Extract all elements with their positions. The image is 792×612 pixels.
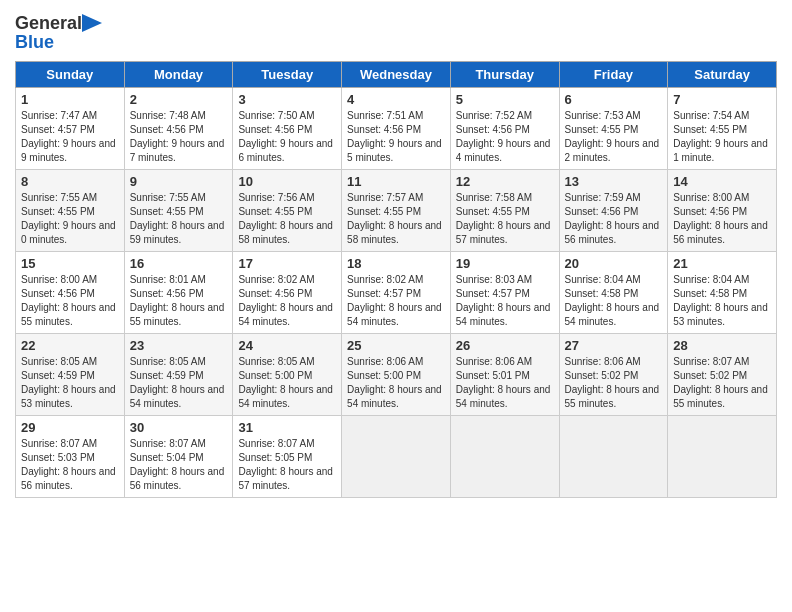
calendar-header-row: SundayMondayTuesdayWednesdayThursdayFrid… — [16, 62, 777, 88]
column-header-saturday: Saturday — [668, 62, 777, 88]
column-header-friday: Friday — [559, 62, 668, 88]
day-number: 18 — [347, 256, 445, 271]
calendar-day-cell: 11 Sunrise: 7:57 AM Sunset: 4:55 PM Dayl… — [342, 170, 451, 252]
day-number: 30 — [130, 420, 228, 435]
day-number: 19 — [456, 256, 554, 271]
day-info: Sunrise: 7:54 AM Sunset: 4:55 PM Dayligh… — [673, 109, 771, 165]
calendar-day-cell: 4 Sunrise: 7:51 AM Sunset: 4:56 PM Dayli… — [342, 88, 451, 170]
calendar-day-cell: 14 Sunrise: 8:00 AM Sunset: 4:56 PM Dayl… — [668, 170, 777, 252]
day-number: 23 — [130, 338, 228, 353]
day-number: 4 — [347, 92, 445, 107]
day-number: 7 — [673, 92, 771, 107]
calendar-day-cell: 1 Sunrise: 7:47 AM Sunset: 4:57 PM Dayli… — [16, 88, 125, 170]
calendar-day-cell: 19 Sunrise: 8:03 AM Sunset: 4:57 PM Dayl… — [450, 252, 559, 334]
calendar-day-cell: 25 Sunrise: 8:06 AM Sunset: 5:00 PM Dayl… — [342, 334, 451, 416]
calendar-day-cell: 7 Sunrise: 7:54 AM Sunset: 4:55 PM Dayli… — [668, 88, 777, 170]
day-info: Sunrise: 7:50 AM Sunset: 4:56 PM Dayligh… — [238, 109, 336, 165]
calendar-week-row: 1 Sunrise: 7:47 AM Sunset: 4:57 PM Dayli… — [16, 88, 777, 170]
day-info: Sunrise: 7:47 AM Sunset: 4:57 PM Dayligh… — [21, 109, 119, 165]
day-info: Sunrise: 8:05 AM Sunset: 4:59 PM Dayligh… — [21, 355, 119, 411]
day-number: 17 — [238, 256, 336, 271]
logo-text-general: General — [15, 14, 82, 32]
day-number: 25 — [347, 338, 445, 353]
day-info: Sunrise: 8:01 AM Sunset: 4:56 PM Dayligh… — [130, 273, 228, 329]
calendar-day-cell: 9 Sunrise: 7:55 AM Sunset: 4:55 PM Dayli… — [124, 170, 233, 252]
day-number: 24 — [238, 338, 336, 353]
day-number: 10 — [238, 174, 336, 189]
calendar-day-cell: 31 Sunrise: 8:07 AM Sunset: 5:05 PM Dayl… — [233, 416, 342, 498]
calendar-day-cell: 23 Sunrise: 8:05 AM Sunset: 4:59 PM Dayl… — [124, 334, 233, 416]
day-number: 27 — [565, 338, 663, 353]
calendar-week-row: 22 Sunrise: 8:05 AM Sunset: 4:59 PM Dayl… — [16, 334, 777, 416]
day-info: Sunrise: 8:07 AM Sunset: 5:04 PM Dayligh… — [130, 437, 228, 493]
day-info: Sunrise: 8:07 AM Sunset: 5:02 PM Dayligh… — [673, 355, 771, 411]
header: General Blue — [15, 10, 777, 53]
day-info: Sunrise: 8:00 AM Sunset: 4:56 PM Dayligh… — [673, 191, 771, 247]
calendar-day-cell: 15 Sunrise: 8:00 AM Sunset: 4:56 PM Dayl… — [16, 252, 125, 334]
day-number: 11 — [347, 174, 445, 189]
day-number: 1 — [21, 92, 119, 107]
day-info: Sunrise: 7:58 AM Sunset: 4:55 PM Dayligh… — [456, 191, 554, 247]
calendar-day-cell: 13 Sunrise: 7:59 AM Sunset: 4:56 PM Dayl… — [559, 170, 668, 252]
calendar-day-cell: 12 Sunrise: 7:58 AM Sunset: 4:55 PM Dayl… — [450, 170, 559, 252]
day-number: 15 — [21, 256, 119, 271]
column-header-sunday: Sunday — [16, 62, 125, 88]
day-number: 21 — [673, 256, 771, 271]
day-info: Sunrise: 8:06 AM Sunset: 5:01 PM Dayligh… — [456, 355, 554, 411]
column-header-monday: Monday — [124, 62, 233, 88]
calendar-day-cell — [450, 416, 559, 498]
column-header-wednesday: Wednesday — [342, 62, 451, 88]
calendar-week-row: 29 Sunrise: 8:07 AM Sunset: 5:03 PM Dayl… — [16, 416, 777, 498]
day-info: Sunrise: 8:05 AM Sunset: 5:00 PM Dayligh… — [238, 355, 336, 411]
day-info: Sunrise: 8:06 AM Sunset: 5:02 PM Dayligh… — [565, 355, 663, 411]
calendar-day-cell: 18 Sunrise: 8:02 AM Sunset: 4:57 PM Dayl… — [342, 252, 451, 334]
day-number: 14 — [673, 174, 771, 189]
day-number: 20 — [565, 256, 663, 271]
calendar-week-row: 8 Sunrise: 7:55 AM Sunset: 4:55 PM Dayli… — [16, 170, 777, 252]
calendar-day-cell: 16 Sunrise: 8:01 AM Sunset: 4:56 PM Dayl… — [124, 252, 233, 334]
calendar-day-cell: 6 Sunrise: 7:53 AM Sunset: 4:55 PM Dayli… — [559, 88, 668, 170]
calendar-day-cell — [559, 416, 668, 498]
day-number: 8 — [21, 174, 119, 189]
day-info: Sunrise: 8:05 AM Sunset: 4:59 PM Dayligh… — [130, 355, 228, 411]
calendar-day-cell: 30 Sunrise: 8:07 AM Sunset: 5:04 PM Dayl… — [124, 416, 233, 498]
day-number: 2 — [130, 92, 228, 107]
day-info: Sunrise: 7:59 AM Sunset: 4:56 PM Dayligh… — [565, 191, 663, 247]
day-number: 26 — [456, 338, 554, 353]
day-info: Sunrise: 7:51 AM Sunset: 4:56 PM Dayligh… — [347, 109, 445, 165]
column-header-tuesday: Tuesday — [233, 62, 342, 88]
calendar-day-cell: 26 Sunrise: 8:06 AM Sunset: 5:01 PM Dayl… — [450, 334, 559, 416]
day-info: Sunrise: 7:53 AM Sunset: 4:55 PM Dayligh… — [565, 109, 663, 165]
day-info: Sunrise: 8:02 AM Sunset: 4:57 PM Dayligh… — [347, 273, 445, 329]
day-info: Sunrise: 8:04 AM Sunset: 4:58 PM Dayligh… — [673, 273, 771, 329]
day-info: Sunrise: 8:07 AM Sunset: 5:05 PM Dayligh… — [238, 437, 336, 493]
day-info: Sunrise: 8:02 AM Sunset: 4:56 PM Dayligh… — [238, 273, 336, 329]
page-container: General Blue SundayMondayTuesdayWednesda… — [0, 0, 792, 508]
calendar-day-cell: 28 Sunrise: 8:07 AM Sunset: 5:02 PM Dayl… — [668, 334, 777, 416]
day-number: 22 — [21, 338, 119, 353]
logo: General Blue — [15, 14, 102, 53]
day-number: 29 — [21, 420, 119, 435]
calendar-week-row: 15 Sunrise: 8:00 AM Sunset: 4:56 PM Dayl… — [16, 252, 777, 334]
day-info: Sunrise: 7:52 AM Sunset: 4:56 PM Dayligh… — [456, 109, 554, 165]
calendar-day-cell: 3 Sunrise: 7:50 AM Sunset: 4:56 PM Dayli… — [233, 88, 342, 170]
calendar-day-cell: 8 Sunrise: 7:55 AM Sunset: 4:55 PM Dayli… — [16, 170, 125, 252]
day-info: Sunrise: 7:48 AM Sunset: 4:56 PM Dayligh… — [130, 109, 228, 165]
day-info: Sunrise: 7:55 AM Sunset: 4:55 PM Dayligh… — [130, 191, 228, 247]
calendar-day-cell: 2 Sunrise: 7:48 AM Sunset: 4:56 PM Dayli… — [124, 88, 233, 170]
logo-arrow-icon — [82, 14, 102, 32]
calendar-day-cell: 27 Sunrise: 8:06 AM Sunset: 5:02 PM Dayl… — [559, 334, 668, 416]
day-number: 31 — [238, 420, 336, 435]
logo-text-blue: Blue — [15, 32, 102, 53]
day-info: Sunrise: 7:56 AM Sunset: 4:55 PM Dayligh… — [238, 191, 336, 247]
day-info: Sunrise: 8:06 AM Sunset: 5:00 PM Dayligh… — [347, 355, 445, 411]
svg-marker-0 — [82, 14, 102, 32]
day-info: Sunrise: 7:55 AM Sunset: 4:55 PM Dayligh… — [21, 191, 119, 247]
calendar-day-cell: 22 Sunrise: 8:05 AM Sunset: 4:59 PM Dayl… — [16, 334, 125, 416]
day-number: 28 — [673, 338, 771, 353]
day-number: 3 — [238, 92, 336, 107]
calendar-day-cell: 17 Sunrise: 8:02 AM Sunset: 4:56 PM Dayl… — [233, 252, 342, 334]
calendar-day-cell — [342, 416, 451, 498]
calendar-day-cell: 5 Sunrise: 7:52 AM Sunset: 4:56 PM Dayli… — [450, 88, 559, 170]
calendar-day-cell — [668, 416, 777, 498]
